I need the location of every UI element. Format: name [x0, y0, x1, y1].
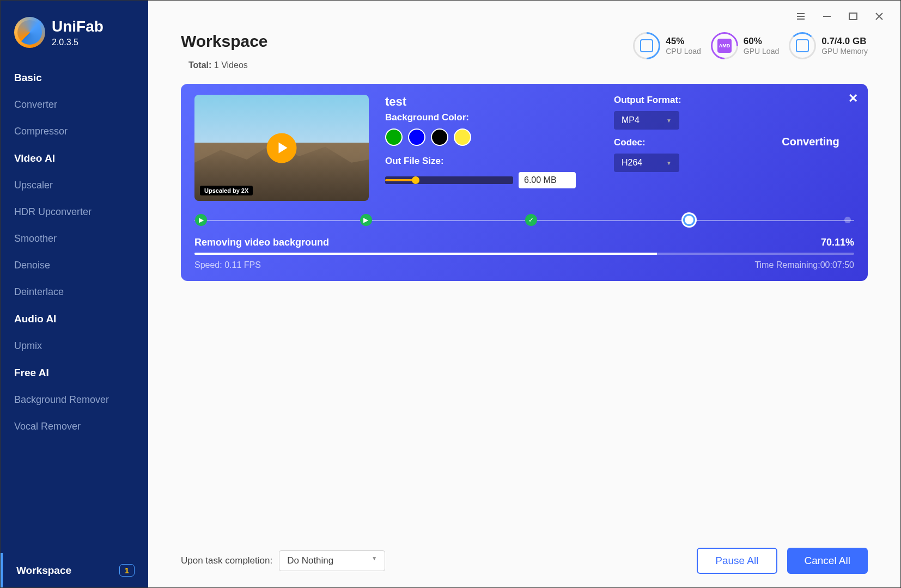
- timeline-node-2: ▶: [360, 214, 372, 226]
- play-icon[interactable]: [267, 133, 297, 163]
- mem-label: GPU Memory: [821, 47, 868, 56]
- slider-thumb-icon[interactable]: [412, 176, 419, 184]
- task-card: ✕ Upscaled by 2X test Background Color:: [181, 84, 868, 281]
- mem-value: 0.7/4.0 GB: [821, 36, 868, 47]
- timeline-node-current: [681, 212, 697, 228]
- nav-header-video-ai: Video AI: [1, 145, 148, 172]
- cpu-label: CPU Load: [666, 47, 701, 56]
- app-logo-icon: [14, 17, 45, 48]
- gpu-gauge-icon: AMD: [705, 27, 744, 65]
- workspace-badge: 1: [119, 564, 135, 577]
- filesize-input[interactable]: [519, 172, 576, 188]
- completion-label: Upon task completion:: [181, 555, 272, 566]
- nav-item-upscaler[interactable]: Upscaler: [1, 172, 148, 199]
- maximize-icon[interactable]: [848, 11, 858, 21]
- nav-item-deinterlace[interactable]: Deinterlace: [1, 279, 148, 305]
- cpu-gauge-icon: [628, 27, 666, 65]
- app-version: 2.0.3.5: [52, 38, 104, 47]
- nav-header-audio-ai: Audio AI: [1, 305, 148, 333]
- app-name: UniFab: [52, 18, 104, 35]
- bgcolor-label: Background Color:: [385, 112, 576, 123]
- gpu-label: GPU Load: [744, 47, 779, 56]
- thumb-badge: Upscaled by 2X: [200, 186, 253, 195]
- svg-rect-0: [849, 13, 857, 20]
- chevron-down-icon: ▼: [666, 118, 672, 124]
- progress-time: Time Remaining:00:07:50: [754, 260, 854, 270]
- nav-item-upmix[interactable]: Upmix: [1, 333, 148, 359]
- nav-item-compressor[interactable]: Compressor: [1, 118, 148, 145]
- filesize-slider[interactable]: [385, 176, 513, 184]
- cpu-value: 45%: [666, 36, 701, 47]
- nav-header-basic: Basic: [1, 64, 148, 91]
- file-title: test: [385, 95, 576, 109]
- footer: Upon task completion: Do Nothing ▼ Pause…: [148, 534, 900, 587]
- output-format-select[interactable]: MP4 ▼: [614, 111, 679, 130]
- page-title: Workspace: [181, 32, 268, 51]
- progress-bar: [194, 253, 854, 255]
- workspace-tab-label: Workspace: [16, 565, 71, 577]
- swatch-yellow[interactable]: [454, 128, 471, 146]
- stat-cpu: 45% CPU Load: [633, 32, 701, 59]
- color-swatches: [385, 128, 576, 146]
- output-format-value: MP4: [622, 115, 640, 125]
- completion-value: Do Nothing: [287, 555, 333, 566]
- stats: 45% CPU Load AMD 60% GPU Load 0.7/4.0 GB: [633, 32, 868, 59]
- cancel-all-button[interactable]: Cancel All: [787, 548, 868, 574]
- status-text: Converting: [767, 136, 854, 148]
- nav-item-denoise[interactable]: Denoise: [1, 252, 148, 279]
- output-format-label: Output Format:: [614, 95, 681, 106]
- nav-item-bg-remover[interactable]: Background Remover: [1, 387, 148, 413]
- sidebar: UniFab 2.0.3.5 Basic Converter Compresso…: [1, 1, 148, 587]
- swatch-green[interactable]: [385, 128, 403, 146]
- nav-item-hdr[interactable]: HDR Upconverter: [1, 199, 148, 225]
- codec-value: H264: [622, 158, 642, 168]
- main: Workspace Total: 1 Videos 45% CPU Load A…: [148, 1, 900, 587]
- stat-mem: 0.7/4.0 GB GPU Memory: [789, 32, 868, 59]
- timeline-node-3: ✓: [525, 214, 537, 226]
- chevron-down-icon: ▼: [666, 160, 672, 166]
- timeline-node-5: [844, 217, 851, 223]
- pause-all-button[interactable]: Pause All: [697, 548, 777, 574]
- gpu-value: 60%: [744, 36, 779, 47]
- nav-item-smoother[interactable]: Smoother: [1, 225, 148, 252]
- workspace-tab[interactable]: Workspace 1: [1, 553, 148, 587]
- mem-gauge-icon: [789, 32, 816, 59]
- nav-item-converter[interactable]: Converter: [1, 91, 148, 118]
- header: Workspace Total: 1 Videos 45% CPU Load A…: [148, 21, 900, 70]
- nav: Basic Converter Compressor Video AI Upsc…: [1, 59, 148, 553]
- swatch-black[interactable]: [431, 128, 448, 146]
- completion-select[interactable]: Do Nothing ▼: [279, 550, 385, 571]
- timeline: ▶ ▶ ✓: [194, 213, 854, 227]
- total-text: Total: 1 Videos: [188, 60, 268, 70]
- menu-icon[interactable]: [796, 11, 806, 21]
- progress-speed: Speed: 0.11 FPS: [194, 260, 261, 270]
- filesize-label: Out File Size:: [385, 156, 576, 167]
- card-close-icon[interactable]: ✕: [848, 91, 858, 106]
- titlebar: [148, 1, 900, 21]
- total-label: Total:: [188, 60, 211, 70]
- minimize-icon[interactable]: [822, 11, 832, 21]
- swatch-blue[interactable]: [408, 128, 425, 146]
- stat-gpu: AMD 60% GPU Load: [711, 32, 779, 59]
- progress-area: Removing video background 70.11% Speed: …: [194, 237, 854, 270]
- chevron-down-icon: ▼: [372, 555, 377, 566]
- total-value: 1 Videos: [214, 60, 248, 70]
- timeline-node-1: ▶: [195, 214, 207, 226]
- codec-select[interactable]: H264 ▼: [614, 154, 679, 172]
- nav-item-vocal-remover[interactable]: Vocal Remover: [1, 413, 148, 440]
- progress-task: Removing video background: [194, 237, 329, 248]
- nav-header-free-ai: Free AI: [1, 359, 148, 387]
- progress-percent: 70.11%: [821, 237, 854, 248]
- codec-label: Codec:: [614, 137, 681, 148]
- logo-area: UniFab 2.0.3.5: [1, 1, 148, 59]
- video-thumbnail[interactable]: Upscaled by 2X: [194, 95, 369, 201]
- close-icon[interactable]: [874, 11, 884, 21]
